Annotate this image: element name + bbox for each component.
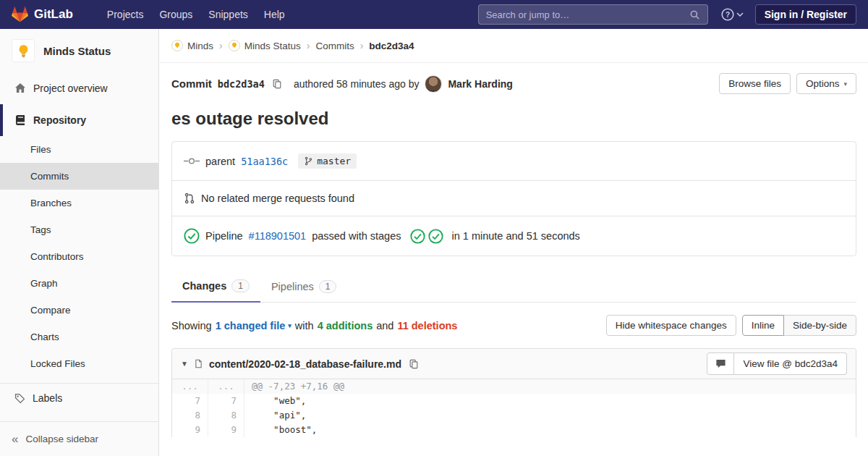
project-header[interactable]: Minds Status xyxy=(0,29,158,72)
copy-sha-button[interactable] xyxy=(271,77,284,90)
sidebar-item-commits[interactable]: Commits xyxy=(0,163,158,190)
merge-request-text: No related merge requests found xyxy=(201,193,354,204)
stage-passed-icon[interactable] xyxy=(428,229,443,244)
old-line-number[interactable]: 9 xyxy=(172,423,208,437)
browse-files-button[interactable]: Browse files xyxy=(719,73,791,94)
view-mode-toggle: Inline Side-by-side xyxy=(742,315,856,336)
svg-text:?: ? xyxy=(726,11,730,19)
diff-line: 8 8 "api", xyxy=(172,408,856,423)
sidebar-item-tags[interactable]: Tags xyxy=(0,216,158,243)
project-sidebar: Minds Status Project overview Repository… xyxy=(0,29,159,456)
author-avatar[interactable] xyxy=(425,75,442,93)
options-dropdown-button[interactable]: Options ▾ xyxy=(796,73,856,94)
sidebar-item-graph[interactable]: Graph xyxy=(0,270,158,297)
authored-text: authored 58 minutes ago by xyxy=(294,78,420,90)
search-icon xyxy=(689,9,700,20)
branch-badge[interactable]: master xyxy=(298,153,357,169)
sidebar-item-project-overview[interactable]: Project overview xyxy=(0,72,158,104)
sidebar-item-label: Labels xyxy=(33,392,62,404)
copy-file-path-button[interactable] xyxy=(407,358,420,371)
global-search[interactable] xyxy=(478,4,708,25)
author-name[interactable]: Mark Harding xyxy=(448,78,512,90)
breadcrumb-minds-status[interactable]: Minds Status xyxy=(229,40,301,51)
diff-file-panel: ▼ content/2020-02-18_database-failure.md xyxy=(171,348,856,437)
tab-count-badge: 1 xyxy=(231,279,250,292)
sidebar-item-contributors[interactable]: Contributors xyxy=(0,243,158,270)
new-line-number[interactable]: 7 xyxy=(208,394,244,408)
copy-icon xyxy=(272,79,282,89)
project-avatar-small xyxy=(229,40,240,51)
sidebar-item-charts[interactable]: Charts xyxy=(0,324,158,350)
tab-changes[interactable]: Changes 1 xyxy=(171,271,260,303)
stage-passed-icon[interactable] xyxy=(410,229,425,244)
collapse-sidebar-button[interactable]: « Collapse sidebar xyxy=(0,421,158,456)
breadcrumb-separator: › xyxy=(219,40,223,51)
old-line-number: ... xyxy=(172,379,208,394)
side-by-side-label: Side-by-side xyxy=(793,320,847,331)
hide-whitespace-label: Hide whitespace changes xyxy=(616,320,727,331)
collapse-diff-icon[interactable]: ▼ xyxy=(181,360,188,368)
nav-item-help[interactable]: Help xyxy=(256,0,293,29)
diff-line-code: "boost", xyxy=(244,423,856,437)
commit-info-box: parent 51aa136c master No related m xyxy=(171,141,856,256)
showing-text: Showing xyxy=(171,320,212,332)
breadcrumb-commits[interactable]: Commits xyxy=(315,41,354,51)
inline-view-button[interactable]: Inline xyxy=(742,315,784,336)
new-line-number[interactable]: 9 xyxy=(208,423,244,437)
tab-label: Pipelines xyxy=(271,281,314,292)
group-avatar xyxy=(171,40,183,51)
additions-count: 4 additions xyxy=(318,320,373,332)
sidebar-item-locked-files[interactable]: Locked Files xyxy=(0,350,158,377)
commit-icon xyxy=(184,156,200,166)
nav-item-groups[interactable]: Groups xyxy=(151,0,200,29)
side-by-side-view-button[interactable]: Side-by-side xyxy=(783,315,856,336)
browse-files-label: Browse files xyxy=(728,78,781,89)
tab-pipelines[interactable]: Pipelines 1 xyxy=(260,271,348,303)
sidebar-item-repository[interactable]: Repository xyxy=(0,104,158,136)
changed-files-dropdown[interactable]: 1 changed file ▾ xyxy=(216,320,292,332)
branch-icon xyxy=(304,156,313,166)
view-file-button[interactable]: View file @ bdc2d3a4 xyxy=(734,352,847,375)
new-line-number[interactable]: 8 xyxy=(208,408,244,423)
diff-file-path[interactable]: content/2020-02-18_database-failure.md xyxy=(209,358,401,370)
breadcrumb-label: Minds Status xyxy=(244,41,301,51)
merge-request-row: No related merge requests found xyxy=(172,180,856,216)
repository-icon xyxy=(14,114,26,126)
home-icon xyxy=(14,83,26,94)
old-line-number[interactable]: 7 xyxy=(172,394,208,408)
gitlab-tanuki-logo-icon xyxy=(12,7,28,22)
brand-name: GitLab xyxy=(34,7,73,22)
tab-count-badge: 1 xyxy=(319,280,337,293)
sign-in-label: Sign in / Register xyxy=(765,9,847,20)
sidebar-item-labels[interactable]: Labels xyxy=(0,384,158,413)
commit-tabs: Changes 1 Pipelines 1 xyxy=(171,271,856,303)
diff-hunk-row: ... ... @@ -7,23 +7,16 @@ xyxy=(172,379,856,394)
search-input[interactable] xyxy=(486,9,689,20)
repository-subnav: Files Commits Branches Tags Contributors… xyxy=(0,136,158,377)
comment-on-file-button[interactable] xyxy=(707,352,734,375)
diff-controls: Showing 1 changed file ▾ with 4 addition… xyxy=(171,315,856,336)
branch-name: master xyxy=(317,156,351,166)
sign-in-register-button[interactable]: Sign in / Register xyxy=(755,4,856,25)
sidebar-item-branches[interactable]: Branches xyxy=(0,190,158,216)
nav-item-projects[interactable]: Projects xyxy=(99,0,152,29)
help-dropdown[interactable]: ? xyxy=(721,8,744,21)
label-tag-icon xyxy=(14,393,25,404)
with-text: with xyxy=(295,320,314,332)
parent-sha-link[interactable]: 51aa136c xyxy=(241,156,288,167)
diff-line-code: "web", xyxy=(244,394,856,408)
breadcrumb-current-sha: bdc2d3a4 xyxy=(369,41,414,51)
pipeline-id-link[interactable]: #118901501 xyxy=(249,230,307,242)
pipeline-row: Pipeline #118901501 passed with stages xyxy=(172,216,856,256)
view-file-label: View file @ bdc2d3a4 xyxy=(743,358,838,369)
gitlab-brand[interactable]: GitLab xyxy=(12,7,73,22)
merge-request-icon xyxy=(184,193,195,204)
hide-whitespace-button[interactable]: Hide whitespace changes xyxy=(606,315,736,336)
old-line-number[interactable]: 8 xyxy=(172,408,208,423)
sidebar-item-compare[interactable]: Compare xyxy=(0,297,158,324)
sidebar-item-files[interactable]: Files xyxy=(0,136,158,163)
diff-table: ... ... @@ -7,23 +7,16 @@ 7 7 "web", 8 8… xyxy=(172,379,856,437)
diff-view-controls: Hide whitespace changes Inline Side-by-s… xyxy=(606,315,856,336)
nav-item-snippets[interactable]: Snippets xyxy=(200,0,255,29)
breadcrumb-minds[interactable]: Minds xyxy=(171,40,213,51)
